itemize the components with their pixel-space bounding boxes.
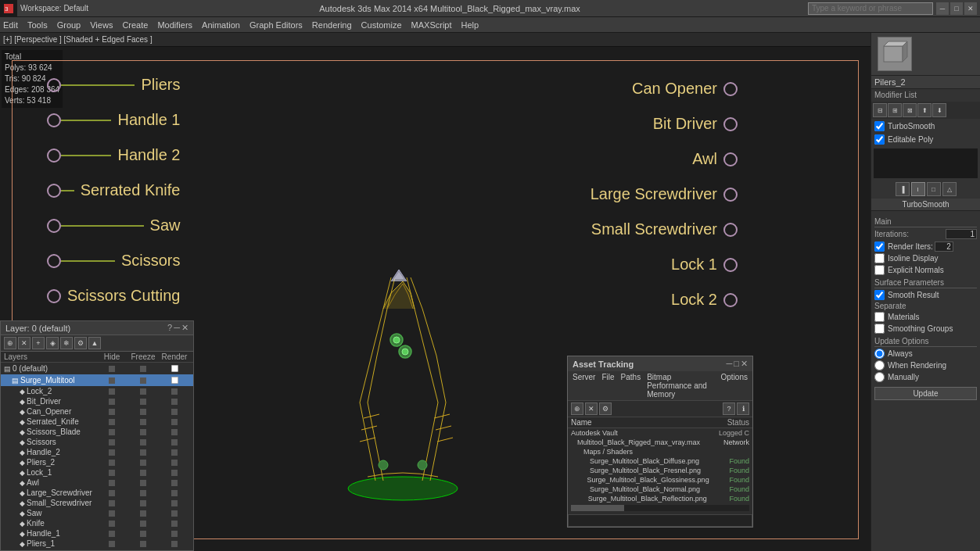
asset-panel-minimize[interactable]: ─ xyxy=(727,359,733,369)
menubar-item-graph-editors[interactable]: Graph Editors xyxy=(249,20,303,30)
maximize-button[interactable]: □ xyxy=(950,2,963,15)
menubar-item-modifiers[interactable]: Modifiers xyxy=(157,20,192,30)
explicit-normals-check[interactable] xyxy=(874,265,885,275)
mod-icon-2[interactable]: ⊞ xyxy=(888,103,902,117)
render-iters-check[interactable] xyxy=(874,242,885,252)
layer-item-15[interactable]: ◆Knife xyxy=(1,518,193,528)
menubar-item-create[interactable]: Create xyxy=(122,20,148,30)
layer-render-check-0[interactable] xyxy=(171,365,178,372)
asset-item-2[interactable]: Maps / Shaders xyxy=(568,447,752,456)
layer-item-13[interactable]: ◆Small_Screwdriver xyxy=(1,498,193,508)
asset-panel-close[interactable]: ✕ xyxy=(741,359,748,369)
modifier-turbosmooth[interactable]: TurboSmooth xyxy=(871,120,980,133)
manually-radio[interactable] xyxy=(874,372,885,382)
asset-tool-help[interactable]: ? xyxy=(723,403,735,415)
asset-menu-2[interactable]: Paths xyxy=(621,373,641,399)
mod-icon-4[interactable]: ⬆ xyxy=(917,103,932,117)
layer-panel-minimize[interactable]: ─ xyxy=(174,323,180,333)
modifier-turbosmooth-check[interactable] xyxy=(874,121,885,131)
mode-icon-3[interactable]: □ xyxy=(927,182,941,196)
menubar-item-animation[interactable]: Animation xyxy=(202,20,240,30)
layer-tool-6[interactable]: ⚙ xyxy=(74,337,87,349)
close-button[interactable]: ✕ xyxy=(964,2,977,15)
asset-item-7[interactable]: Surge_Multitool_Black_Reflection.pngFoun… xyxy=(568,494,752,503)
smoothing-groups-check[interactable] xyxy=(874,324,885,334)
modifier-editablepoly-check[interactable] xyxy=(874,134,885,145)
materials-check[interactable] xyxy=(874,312,885,322)
menubar-item-rendering[interactable]: Rendering xyxy=(312,20,352,30)
layer-item-14[interactable]: ◆Saw xyxy=(1,508,193,518)
layer-tool-4[interactable]: ◈ xyxy=(46,337,59,349)
asset-item-5[interactable]: Surge_Multitool_Black_Glossiness.pngFoun… xyxy=(568,475,752,485)
mode-icon-1[interactable]: ▐ xyxy=(896,182,910,196)
layer-item-0[interactable]: ▤0 (default) xyxy=(1,363,193,374)
layer-item-11[interactable]: ◆Awl xyxy=(1,478,193,488)
iterations-input[interactable] xyxy=(946,229,977,239)
label-row-serrated: Serrated Knife xyxy=(23,181,181,199)
layer-item-4[interactable]: ◆Can_Opener xyxy=(1,406,193,417)
asset-menu-4[interactable]: Options xyxy=(721,373,748,399)
layer-tool-2[interactable]: ✕ xyxy=(18,337,31,349)
when-rendering-radio[interactable] xyxy=(874,360,885,370)
mod-icon-5[interactable]: ⬇ xyxy=(932,103,946,117)
asset-item-6[interactable]: Surge_Multitool_Black_Normal.pngFound xyxy=(568,485,752,494)
viewport[interactable]: [+] [Perspective ] [Shaded + Edged Faces… xyxy=(0,33,871,551)
search-input[interactable] xyxy=(808,2,933,15)
menubar-item-tools[interactable]: Tools xyxy=(27,20,48,30)
modifier-editablepoly[interactable]: Editable Poly xyxy=(871,133,980,146)
asset-menu-0[interactable]: Server xyxy=(573,373,595,399)
layer-item-1[interactable]: ▤Surge_Multitool xyxy=(1,374,193,386)
render-iters-input[interactable] xyxy=(935,242,953,252)
isoline-check[interactable] xyxy=(874,253,885,263)
asset-tool-1[interactable]: ⊕ xyxy=(571,403,583,415)
smooth-result-check[interactable] xyxy=(874,290,885,300)
layer-item-2[interactable]: ◆Lock_2 xyxy=(1,386,193,396)
always-radio[interactable] xyxy=(874,349,885,359)
asset-menu-1[interactable]: File xyxy=(601,373,614,399)
asset-tool-2[interactable]: ✕ xyxy=(585,403,598,415)
asset-path-input[interactable] xyxy=(568,514,752,527)
mod-icon-1[interactable]: ⊟ xyxy=(873,103,887,117)
menubar-item-maxscript[interactable]: MAXScript xyxy=(411,20,452,30)
asset-item-1[interactable]: Multitool_Black_Rigged_max_vray.maxNetwo… xyxy=(568,438,752,447)
layer-item-10[interactable]: ◆Lock_1 xyxy=(1,467,193,478)
asset-scrollbar[interactable] xyxy=(571,505,749,511)
layer-panel-help[interactable]: ? xyxy=(167,323,172,333)
layer-item-18[interactable]: ▤Surge_Multitool_Bones xyxy=(1,549,193,550)
layer-item-9[interactable]: ◆Pliers_2 xyxy=(1,457,193,467)
layer-item-7[interactable]: ◆Scissors xyxy=(1,437,193,447)
layer-item-3[interactable]: ◆Bit_Driver xyxy=(1,396,193,406)
modifier-list-label: Modifier List xyxy=(871,89,980,102)
update-button[interactable]: Update xyxy=(874,387,977,400)
layer-tool-3[interactable]: + xyxy=(32,337,45,349)
layer-panel-close[interactable]: ✕ xyxy=(181,323,188,333)
layer-render-check-1[interactable] xyxy=(171,377,178,384)
menubar-item-customize[interactable]: Customize xyxy=(361,20,402,30)
layer-tool-5[interactable]: ❄ xyxy=(60,337,73,349)
layer-item-8[interactable]: ◆Handle_2 xyxy=(1,447,193,457)
menubar-item-help[interactable]: Help xyxy=(461,20,479,30)
asset-scrollbar-thumb[interactable] xyxy=(571,505,624,511)
layer-tool-1[interactable]: ⊕ xyxy=(4,337,16,349)
asset-panel-maximize[interactable]: □ xyxy=(734,359,739,369)
mod-icon-3[interactable]: ⊠ xyxy=(903,103,917,117)
menubar-item-group[interactable]: Group xyxy=(57,20,81,30)
layer-item-5[interactable]: ◆Serrated_Knife xyxy=(1,417,193,427)
asset-menu-3[interactable]: Bitmap Performance and Memory xyxy=(647,373,714,399)
minimize-button[interactable]: ─ xyxy=(936,2,949,15)
menubar-item-views[interactable]: Views xyxy=(90,20,113,30)
asset-item-0[interactable]: Autodesk VaultLogged C xyxy=(568,428,752,438)
total-label: Total xyxy=(5,52,21,61)
asset-item-4[interactable]: Surge_Multitool_Black_Fresnel.pngFound xyxy=(568,466,752,475)
menubar-item-edit[interactable]: Edit xyxy=(3,20,18,30)
asset-tool-3[interactable]: ⚙ xyxy=(599,403,612,415)
layer-item-12[interactable]: ◆Large_Screwdriver xyxy=(1,488,193,498)
layer-item-16[interactable]: ◆Handle_1 xyxy=(1,528,193,538)
mode-icon-4[interactable]: △ xyxy=(942,182,957,196)
layer-item-6[interactable]: ◆Scissors_Blade xyxy=(1,427,193,437)
layer-tool-7[interactable]: ▲ xyxy=(88,337,101,349)
asset-tool-info[interactable]: ℹ xyxy=(737,403,749,415)
asset-item-3[interactable]: Surge_Multitool_Black_Diffuse.pngFound xyxy=(568,456,752,466)
mode-icon-2[interactable]: I xyxy=(911,182,925,196)
layer-item-17[interactable]: ◆Pliers_1 xyxy=(1,538,193,549)
